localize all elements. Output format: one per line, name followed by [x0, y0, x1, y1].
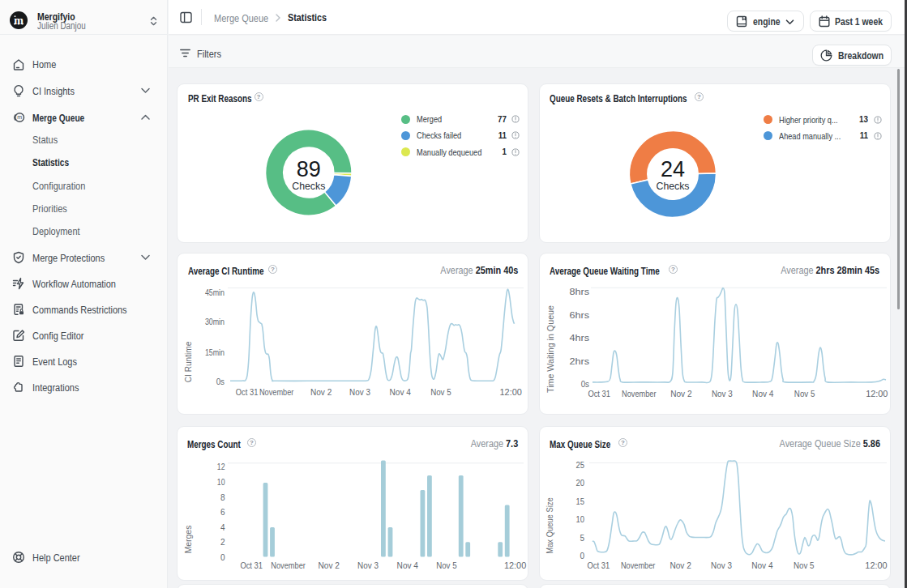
svg-text:m: m: [17, 114, 22, 120]
svg-text:45min: 45min: [205, 288, 225, 297]
svg-text:12: 12: [217, 462, 225, 471]
svg-text:Nov 4: Nov 4: [752, 389, 773, 398]
svg-text:Oct 31: Oct 31: [236, 387, 259, 397]
svg-text:Time Waiting in Queue: Time Waiting in Queue: [545, 305, 555, 393]
svg-text:12:00: 12:00: [865, 560, 887, 570]
svg-text:12:00: 12:00: [866, 389, 888, 398]
svg-text:4: 4: [220, 522, 225, 532]
svg-text:0s: 0s: [216, 377, 225, 386]
svg-text:0: 0: [220, 552, 225, 562]
svg-text:89: 89: [297, 157, 321, 181]
svg-text:6hrs: 6hrs: [569, 310, 589, 320]
svg-text:25: 25: [576, 460, 585, 470]
svg-text:Max Queue Size: Max Queue Size: [545, 497, 554, 553]
svg-text:Merges: Merges: [183, 525, 193, 553]
svg-text:15min: 15min: [205, 347, 225, 357]
svg-text:Oct 31: Oct 31: [240, 560, 263, 570]
svg-text:Nov 2: Nov 2: [670, 389, 691, 398]
svg-text:15: 15: [576, 496, 585, 506]
svg-text:November: November: [622, 389, 657, 398]
svg-text:4hrs: 4hrs: [569, 333, 589, 343]
svg-text:12:00: 12:00: [500, 387, 522, 397]
svg-text:Nov 4: Nov 4: [751, 560, 772, 570]
svg-text:0: 0: [580, 551, 584, 560]
svg-text:Nov 5: Nov 5: [430, 387, 451, 397]
svg-text:24: 24: [661, 157, 685, 181]
svg-text:Oct 31: Oct 31: [588, 560, 610, 570]
svg-text:Nov 4: Nov 4: [397, 560, 418, 570]
svg-text:10: 10: [217, 477, 225, 487]
svg-text:5: 5: [580, 533, 584, 543]
svg-text:November: November: [259, 387, 294, 397]
svg-text:Nov 4: Nov 4: [390, 387, 411, 397]
svg-text:Nov 3: Nov 3: [357, 560, 379, 570]
svg-text:Nov 5: Nov 5: [794, 389, 815, 398]
svg-text:Nov 2: Nov 2: [319, 560, 340, 570]
svg-text:November: November: [621, 560, 656, 570]
svg-text:Oct 31: Oct 31: [588, 389, 610, 398]
svg-text:Nov 5: Nov 5: [794, 560, 815, 570]
svg-text:Checks: Checks: [292, 181, 325, 192]
svg-text:Checks: Checks: [657, 181, 690, 192]
svg-text:8hrs: 8hrs: [569, 287, 589, 296]
svg-text:Nov 5: Nov 5: [436, 560, 457, 570]
svg-text:Nov 3: Nov 3: [712, 389, 733, 398]
svg-text:CI Runtime: CI Runtime: [183, 342, 193, 383]
svg-text:0s: 0s: [581, 379, 590, 389]
svg-text:2hrs: 2hrs: [569, 356, 589, 366]
svg-text:10: 10: [576, 514, 585, 524]
svg-text:6: 6: [220, 507, 225, 517]
svg-text:2: 2: [220, 537, 225, 547]
svg-text:Nov 3: Nov 3: [349, 387, 370, 397]
svg-text:Nov 3: Nov 3: [711, 560, 732, 570]
svg-text:Nov 2: Nov 2: [670, 560, 691, 570]
svg-text:November: November: [271, 560, 306, 570]
svg-text:20: 20: [576, 478, 585, 488]
svg-text:Nov 2: Nov 2: [310, 387, 332, 397]
svg-text:30min: 30min: [205, 317, 225, 326]
svg-text:12:00: 12:00: [504, 560, 526, 570]
svg-text:8: 8: [220, 492, 225, 502]
